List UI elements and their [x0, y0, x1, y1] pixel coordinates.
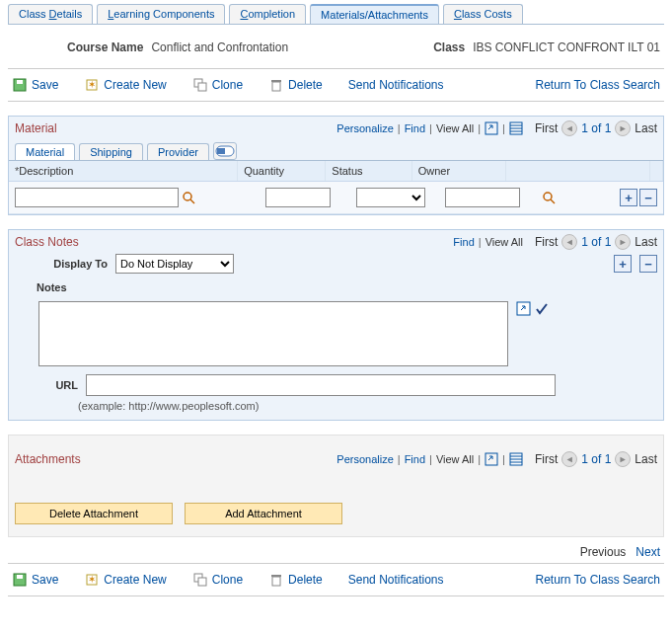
- display-to-select[interactable]: Do Not Display: [115, 254, 234, 274]
- quantity-input[interactable]: [265, 188, 331, 207]
- save-icon: [12, 77, 28, 93]
- material-find-link[interactable]: Find: [405, 122, 425, 134]
- send-notifications-link-bottom[interactable]: Send Notifications: [348, 573, 444, 587]
- create-new-icon: ✶: [84, 572, 100, 588]
- svg-rect-26: [17, 575, 23, 579]
- notes-range[interactable]: 1 of 1: [581, 235, 611, 249]
- create-new-button-bottom[interactable]: ✶ Create New: [84, 572, 166, 588]
- attach-first-link[interactable]: First: [535, 452, 558, 466]
- svg-point-15: [184, 193, 191, 200]
- class-notes-section: Class Notes Find | View All First ◄ 1 of…: [8, 229, 664, 421]
- save-button[interactable]: Save: [12, 77, 58, 93]
- attach-zoom-icon[interactable]: [485, 452, 498, 466]
- expand-textarea-icon[interactable]: [516, 301, 532, 317]
- add-attachment-button[interactable]: Add Attachment: [185, 503, 342, 524]
- toolbar-bottom: Save ✶ Create New Clone Delete Send Noti…: [8, 563, 664, 596]
- material-add-row-button[interactable]: +: [620, 189, 637, 206]
- svg-rect-19: [517, 302, 530, 315]
- col-quantity[interactable]: Quantity: [238, 161, 326, 181]
- col-status[interactable]: Status: [326, 161, 411, 181]
- svg-rect-31: [272, 577, 280, 586]
- notes-label: Notes: [15, 281, 86, 293]
- notes-find-link[interactable]: Find: [453, 236, 474, 248]
- notes-textarea[interactable]: [38, 301, 508, 366]
- attach-find-link[interactable]: Find: [405, 453, 425, 465]
- show-all-columns-icon[interactable]: [213, 142, 237, 160]
- create-new-button[interactable]: ✶ Create New: [84, 77, 166, 93]
- tab-class-costs[interactable]: Class Costs: [443, 4, 523, 24]
- material-personalize-link[interactable]: Personalize: [336, 122, 393, 134]
- clone-button[interactable]: Clone: [192, 77, 243, 93]
- attach-view-all-link[interactable]: View All: [436, 453, 474, 465]
- clone-icon: [192, 572, 208, 588]
- material-row: + −: [9, 182, 663, 214]
- notes-view-all-link[interactable]: View All: [485, 236, 523, 248]
- send-notifications-link[interactable]: Send Notifications: [348, 78, 444, 92]
- display-to-label: Display To: [15, 258, 108, 270]
- status-select[interactable]: [356, 188, 425, 207]
- svg-rect-1: [17, 80, 23, 84]
- owner-input[interactable]: [445, 188, 520, 207]
- attach-last-link[interactable]: Last: [635, 452, 657, 466]
- svg-text:✶: ✶: [88, 574, 96, 585]
- col-owner[interactable]: Owner: [412, 161, 506, 181]
- top-tabs: Class Details Learning Components Comple…: [8, 4, 664, 25]
- material-last-link[interactable]: Last: [635, 121, 657, 135]
- attach-personalize-link[interactable]: Personalize: [336, 453, 393, 465]
- material-prev-button[interactable]: ◄: [561, 120, 577, 136]
- material-view-all-link[interactable]: View All: [436, 122, 474, 134]
- notes-next-button[interactable]: ►: [615, 234, 631, 250]
- description-input[interactable]: [15, 188, 179, 207]
- material-delete-row-button[interactable]: −: [639, 189, 657, 206]
- clone-button-bottom[interactable]: Clone: [192, 572, 243, 588]
- subtab-material[interactable]: Material: [15, 143, 75, 160]
- subtab-shipping[interactable]: Shipping: [79, 143, 143, 160]
- material-section: Material Personalize | Find | View All |…: [8, 116, 664, 215]
- return-to-class-search-link-bottom[interactable]: Return To Class Search: [535, 573, 660, 587]
- description-lookup-icon[interactable]: [181, 190, 196, 205]
- next-link[interactable]: Next: [635, 545, 660, 559]
- previous-link[interactable]: Previous: [580, 545, 627, 559]
- create-new-icon: ✶: [84, 77, 100, 93]
- zoom-icon[interactable]: [485, 121, 498, 135]
- save-button-bottom[interactable]: Save: [12, 572, 58, 588]
- tab-materials-attachments[interactable]: Materials/Attachments: [310, 4, 439, 24]
- attach-range[interactable]: 1 of 1: [581, 452, 611, 466]
- attachments-section: Attachments Personalize | Find | View Al…: [8, 435, 664, 537]
- notes-last-link[interactable]: Last: [635, 235, 657, 249]
- svg-rect-5: [198, 83, 206, 91]
- url-input[interactable]: [86, 374, 556, 396]
- save-icon: [12, 572, 28, 588]
- trash-icon: [268, 572, 284, 588]
- tab-completion[interactable]: Completion: [229, 4, 306, 24]
- notes-add-row-button[interactable]: +: [614, 255, 632, 273]
- notes-first-link[interactable]: First: [535, 235, 558, 249]
- material-range[interactable]: 1 of 1: [581, 121, 611, 135]
- tab-class-details[interactable]: Class Details: [8, 4, 93, 24]
- return-to-class-search-link[interactable]: Return To Class Search: [535, 78, 660, 92]
- material-first-link[interactable]: First: [535, 121, 558, 135]
- delete-button[interactable]: Delete: [268, 77, 323, 93]
- subtab-provider[interactable]: Provider: [147, 143, 209, 160]
- notes-delete-row-button[interactable]: −: [639, 255, 657, 273]
- owner-lookup-icon[interactable]: [542, 190, 556, 205]
- class-value: IBS CONFLICT CONFRONT ILT 01: [473, 40, 660, 54]
- svg-rect-14: [217, 148, 225, 154]
- download-icon[interactable]: [509, 121, 523, 135]
- url-label: URL: [38, 379, 78, 391]
- spellcheck-icon[interactable]: [534, 301, 550, 317]
- delete-button-bottom[interactable]: Delete: [268, 572, 323, 588]
- class-label: Class: [433, 40, 465, 54]
- attach-prev-button[interactable]: ◄: [561, 451, 577, 467]
- class-notes-title: Class Notes: [15, 235, 79, 249]
- delete-attachment-button[interactable]: Delete Attachment: [15, 503, 173, 524]
- attach-next-button[interactable]: ►: [615, 451, 631, 467]
- attach-download-icon[interactable]: [509, 452, 523, 466]
- material-next-button[interactable]: ►: [615, 120, 631, 136]
- svg-rect-20: [485, 453, 497, 465]
- svg-rect-8: [485, 122, 497, 134]
- pager: Previous Next: [8, 537, 664, 563]
- col-description[interactable]: Description: [9, 161, 238, 181]
- notes-prev-button[interactable]: ◄: [561, 234, 577, 250]
- tab-learning-components[interactable]: Learning Components: [97, 4, 225, 24]
